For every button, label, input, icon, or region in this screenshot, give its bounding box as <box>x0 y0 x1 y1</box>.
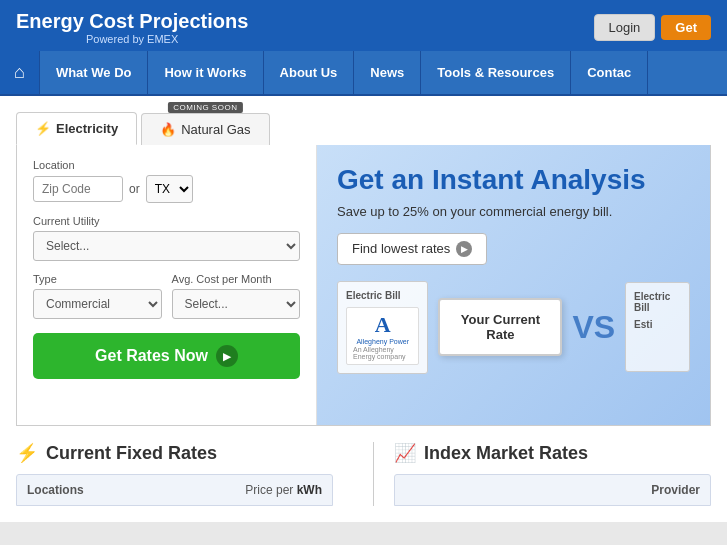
vs-text: VS <box>572 309 615 346</box>
index-rates-col: 📈 Index Market Rates Provider <box>394 442 711 506</box>
nav-item-about-us[interactable]: About Us <box>264 51 355 94</box>
or-text: or <box>129 182 140 196</box>
main-content: ⚡ Electricity COMING SOON 🔥 Natural Gas … <box>0 96 727 522</box>
nav-label-how-it-works: How it Works <box>164 65 246 80</box>
header-left: Energy Cost Projections Powered by EMEX <box>16 10 248 45</box>
index-col-provider: Provider <box>395 475 710 505</box>
tab-electricity-label: Electricity <box>56 121 118 136</box>
flame-icon: 🔥 <box>160 122 176 137</box>
esti-label: Esti <box>634 319 681 330</box>
avg-cost-col: Avg. Cost per Month Select... <box>172 273 301 319</box>
kwh-bold: kWh <box>297 483 322 497</box>
type-label: Type <box>33 273 162 285</box>
fixed-rates-table-header: Locations Price per kWh <box>16 474 333 506</box>
type-cost-row: Type Commercial Residential Avg. Cost pe… <box>33 273 300 319</box>
form-panel: Location or TX CA NY Current Utility Sel… <box>17 145 317 425</box>
promo-title: Get an Instant Analysis <box>337 165 690 196</box>
avg-cost-select[interactable]: Select... <box>172 289 301 319</box>
login-button[interactable]: Login <box>594 14 656 41</box>
tab-natural-gas-label: Natural Gas <box>181 122 250 137</box>
tab-electricity[interactable]: ⚡ Electricity <box>16 112 137 145</box>
bottom-area: ⚡ Current Fixed Rates Locations Price pe… <box>16 442 711 506</box>
nav-item-news[interactable]: News <box>354 51 421 94</box>
location-row: or TX CA NY <box>33 175 300 203</box>
price-per-label: Price per <box>245 483 296 497</box>
your-current-rate-label: Your Current Rate <box>461 312 540 342</box>
fixed-col-kwh: Price per kWh <box>220 475 332 505</box>
utility-group: Current Utility Select... <box>33 215 300 261</box>
index-rates-table-header: Provider <box>394 474 711 506</box>
nav-label-what-we-do: What We Do <box>56 65 132 80</box>
bill-card-1: Electric Bill A Allegheny Power An Alleg… <box>337 281 428 374</box>
bill-card-1-title: Electric Bill <box>346 290 419 301</box>
find-rates-button[interactable]: Find lowest rates ▶ <box>337 233 487 265</box>
app-title: Energy Cost Projections <box>16 10 248 33</box>
state-select[interactable]: TX CA NY <box>146 175 193 203</box>
get-rates-button[interactable]: Get Rates Now ▶ <box>33 333 300 379</box>
get-rates-label: Get Rates Now <box>95 347 208 365</box>
get-button[interactable]: Get <box>661 15 711 40</box>
nav-label-about-us: About Us <box>280 65 338 80</box>
column-divider <box>373 442 374 506</box>
zip-input[interactable] <box>33 176 123 202</box>
app-subtitle: Powered by EMEX <box>16 33 248 45</box>
fixed-rates-title: ⚡ Current Fixed Rates <box>16 442 333 464</box>
tab-natural-gas[interactable]: COMING SOON 🔥 Natural Gas <box>141 113 269 145</box>
index-col-provider-label: Provider <box>651 483 700 497</box>
allegheny-name: Allegheny Power <box>356 338 409 346</box>
allegheny-letter: A <box>375 312 391 338</box>
find-rates-label: Find lowest rates <box>352 241 450 256</box>
type-col: Type Commercial Residential <box>33 273 162 319</box>
nav-home[interactable]: ⌂ <box>0 51 40 94</box>
tab-area: ⚡ Electricity COMING SOON 🔥 Natural Gas <box>16 112 711 145</box>
arrow-icon: ▶ <box>456 241 472 257</box>
index-rates-label: Index Market Rates <box>424 443 588 464</box>
utility-select[interactable]: Select... <box>33 231 300 261</box>
content-area: Location or TX CA NY Current Utility Sel… <box>16 145 711 426</box>
fixed-col-locations: Locations <box>17 475 220 505</box>
utility-label: Current Utility <box>33 215 300 227</box>
index-rates-title: 📈 Index Market Rates <box>394 442 711 464</box>
fixed-rates-label: Current Fixed Rates <box>46 443 217 464</box>
main-nav: ⌂ What We Do How it Works About Us News … <box>0 51 727 96</box>
location-group: Location or TX CA NY <box>33 159 300 203</box>
nav-label-news: News <box>370 65 404 80</box>
play-icon: ▶ <box>216 345 238 367</box>
allegheny-logo: A Allegheny Power An Allegheny Energy co… <box>346 307 419 365</box>
fixed-rates-bolt-icon: ⚡ <box>16 442 38 464</box>
fixed-rates-col: ⚡ Current Fixed Rates Locations Price pe… <box>16 442 353 506</box>
bill-card-2: Electric Bill Esti <box>625 282 690 372</box>
fixed-col-locations-label: Locations <box>27 483 84 497</box>
chart-icon: 📈 <box>394 442 416 464</box>
nav-item-tools[interactable]: Tools & Resources <box>421 51 571 94</box>
header-buttons: Login Get <box>594 14 711 41</box>
type-select[interactable]: Commercial Residential <box>33 289 162 319</box>
bolt-icon: ⚡ <box>35 121 51 136</box>
coming-soon-badge: COMING SOON <box>168 102 242 113</box>
nav-item-how-it-works[interactable]: How it Works <box>148 51 263 94</box>
home-icon: ⌂ <box>14 62 25 83</box>
nav-label-tools: Tools & Resources <box>437 65 554 80</box>
allegheny-tagline: An Allegheny Energy company <box>353 346 412 360</box>
app-header: Energy Cost Projections Powered by EMEX … <box>0 0 727 51</box>
bill-card-2-title: Electric Bill <box>634 291 681 313</box>
nav-item-contact[interactable]: Contac <box>571 51 648 94</box>
your-current-rate-box: Your Current Rate <box>438 298 562 356</box>
bills-area: Electric Bill A Allegheny Power An Alleg… <box>337 281 690 374</box>
promo-panel: Get an Instant Analysis Save up to 25% o… <box>317 145 710 425</box>
nav-item-what-we-do[interactable]: What We Do <box>40 51 149 94</box>
nav-label-contact: Contac <box>587 65 631 80</box>
avg-cost-label: Avg. Cost per Month <box>172 273 301 285</box>
location-label: Location <box>33 159 300 171</box>
promo-subtitle: Save up to 25% on your commercial energy… <box>337 204 690 219</box>
